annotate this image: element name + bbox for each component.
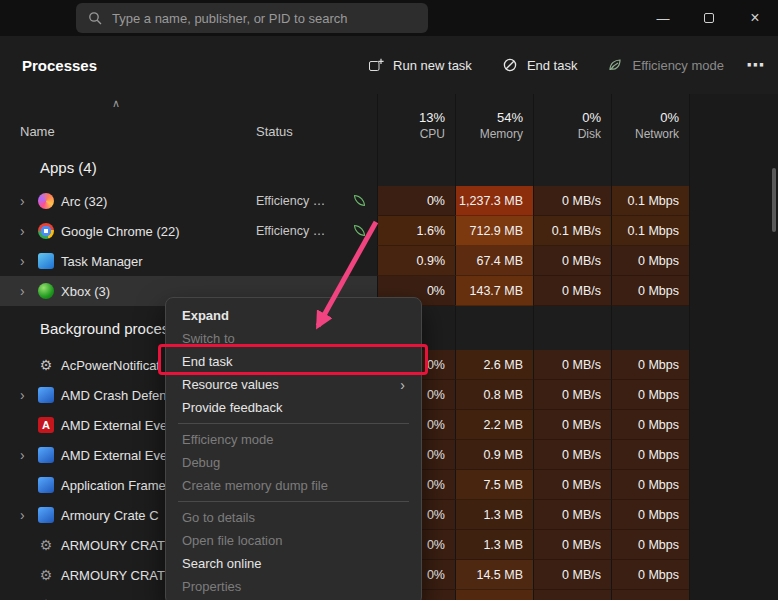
chrome-icon xyxy=(38,223,54,239)
maximize-icon xyxy=(704,13,714,23)
search-box[interactable] xyxy=(76,3,428,33)
group-label: Background proces xyxy=(20,306,169,350)
group-header[interactable]: Apps (4) xyxy=(0,148,778,186)
context-menu: ExpandSwitch toEnd taskResource values›P… xyxy=(165,297,422,600)
net-cell: 0 Mbps xyxy=(611,246,689,276)
cell-value: 0% xyxy=(427,194,445,208)
disk-cell: 0 MB/s xyxy=(533,560,611,590)
expand-chevron-icon[interactable]: › xyxy=(20,193,38,209)
arc-icon xyxy=(38,193,54,209)
column-header-memory[interactable]: 54% Memory xyxy=(455,94,533,148)
more-options-button[interactable]: ⋯ xyxy=(746,54,764,76)
column-header-network[interactable]: 0% Network xyxy=(611,94,689,148)
expand-chevron-icon[interactable]: › xyxy=(20,507,38,523)
process-name: AMD External Eve xyxy=(61,418,167,433)
disk-cell: 0.1 MB/s xyxy=(533,216,611,246)
menu-item-resource-values[interactable]: Resource values› xyxy=(166,373,421,396)
submenu-chevron-icon: › xyxy=(400,377,405,393)
disk-cell: 0 MB/s xyxy=(533,590,611,600)
expand-chevron-icon[interactable]: › xyxy=(20,253,38,269)
menu-item-properties: Properties xyxy=(166,575,421,598)
process-name: AcPowerNotificat xyxy=(61,358,160,373)
cell-value: 1.3 MB xyxy=(483,508,523,522)
end-task-icon xyxy=(502,57,518,73)
process-row[interactable]: ›Task Manager0.9%67.4 MB0 MB/s0 Mbps xyxy=(0,246,778,276)
cell-value: 0 MB/s xyxy=(562,358,601,372)
menu-item-switch-to: Switch to xyxy=(166,327,421,350)
disk-cell: 0 MB/s xyxy=(533,410,611,440)
menu-item-go-to-details: Go to details xyxy=(166,506,421,529)
end-task-button[interactable]: End task xyxy=(502,57,578,73)
maximize-button[interactable] xyxy=(686,0,732,36)
blue-app-icon xyxy=(38,477,54,493)
menu-separator xyxy=(178,501,409,502)
net-cell: 0 Mbps xyxy=(611,410,689,440)
menu-item-end-task[interactable]: End task xyxy=(166,350,421,373)
run-new-task-button[interactable]: Run new task xyxy=(368,57,472,73)
process-row[interactable]: ›Arc (32)Efficiency …0%1,237.3 MB0 MB/s0… xyxy=(0,186,778,216)
expand-chevron-icon[interactable]: › xyxy=(20,283,38,299)
disk-cell: 0 MB/s xyxy=(533,246,611,276)
mem-cell: 67.4 MB xyxy=(455,246,533,276)
net-cell: 0 Mbps xyxy=(611,500,689,530)
disk-cell: 0 MB/s xyxy=(533,186,611,216)
blue-app-icon xyxy=(38,507,54,523)
cell-value: 0 MB/s xyxy=(562,284,601,298)
efficiency-mode-button[interactable]: Efficiency mode xyxy=(607,57,724,73)
cell-value: 0 Mbps xyxy=(638,388,679,402)
cell-value: 0 Mbps xyxy=(638,478,679,492)
cell-value: 1.6% xyxy=(417,224,446,238)
cell-value: 0.9% xyxy=(417,254,446,268)
column-header-status[interactable]: Status xyxy=(250,94,377,148)
minimize-icon: — xyxy=(657,11,670,26)
column-header-disk[interactable]: 0% Disk xyxy=(533,94,611,148)
taskmgr-icon xyxy=(38,253,54,269)
process-status: Efficiency … xyxy=(256,194,325,208)
mem-cell: 712.9 MB xyxy=(455,216,533,246)
column-header-name[interactable]: ∧ Name xyxy=(0,94,250,148)
cpu-cell: 0% xyxy=(377,186,455,216)
cell-value: 2.6 MB xyxy=(483,358,523,372)
menu-item-create-memory-dump-file: Create memory dump file xyxy=(166,474,421,497)
cell-value: 0.1 Mbps xyxy=(628,194,679,208)
menu-item-expand[interactable]: Expand xyxy=(166,304,421,327)
process-row[interactable]: ›Google Chrome (22)Efficiency …1.6%712.9… xyxy=(0,216,778,246)
search-input[interactable] xyxy=(112,11,416,26)
run-new-task-icon xyxy=(368,57,384,73)
expand-chevron-icon[interactable]: › xyxy=(20,387,38,403)
menu-item-provide-feedback[interactable]: Provide feedback xyxy=(166,396,421,419)
cell-value: 0% xyxy=(427,448,445,462)
cell-value: 0 MB/s xyxy=(562,538,601,552)
menu-item-search-online[interactable]: Search online xyxy=(166,552,421,575)
process-name: ARMOURY CRATE xyxy=(61,568,174,583)
menu-item-efficiency-mode: Efficiency mode xyxy=(166,428,421,451)
close-button[interactable]: × xyxy=(732,0,778,36)
blue-app-icon xyxy=(38,447,54,463)
xbox-icon xyxy=(38,283,54,299)
efficiency-leaf-icon xyxy=(607,57,623,73)
disk-cell: 0 MB/s xyxy=(533,350,611,380)
cell-value: 0 Mbps xyxy=(638,358,679,372)
expand-chevron-icon[interactable]: › xyxy=(20,223,38,239)
net-cell: 0 Mbps xyxy=(611,530,689,560)
red-a-icon xyxy=(38,417,54,433)
cell-value: 0 MB/s xyxy=(562,418,601,432)
minimize-button[interactable]: — xyxy=(640,0,686,36)
expand-chevron-icon[interactable]: › xyxy=(20,447,38,463)
cell-value: 0 Mbps xyxy=(638,568,679,582)
window-controls: — × xyxy=(640,0,778,36)
process-name: Arc (32) xyxy=(61,194,107,209)
process-name: Xbox (3) xyxy=(61,284,110,299)
page-title: Processes xyxy=(22,57,97,74)
group-label: Apps (4) xyxy=(20,148,97,186)
net-cell: 0.1 Mbps xyxy=(611,186,689,216)
column-header-cpu[interactable]: 13% CPU xyxy=(377,94,455,148)
cell-value: 1.3 MB xyxy=(483,538,523,552)
toolbar-actions: Run new task End task Efficiency mode xyxy=(368,57,724,73)
network-column-label: Network xyxy=(635,127,679,141)
net-cell: 0 Mbps xyxy=(611,276,689,306)
cell-value: 0 MB/s xyxy=(562,448,601,462)
process-name: AMD External Eve xyxy=(61,448,167,463)
vertical-scrollbar-thumb[interactable] xyxy=(772,168,776,232)
memory-total-percent: 54% xyxy=(497,110,523,125)
